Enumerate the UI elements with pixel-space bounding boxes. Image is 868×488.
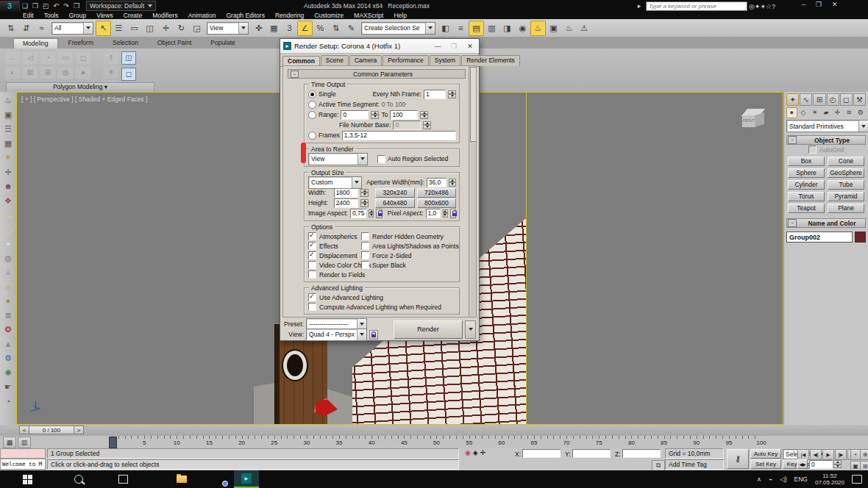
frames-field[interactable]: 1,3,5-12: [342, 131, 456, 140]
viewcube-side-face[interactable]: [755, 112, 764, 127]
object-color-swatch[interactable]: [855, 232, 866, 243]
tab-render-elements[interactable]: Render Elements: [461, 55, 520, 66]
set-keys-button[interactable]: ⚷: [727, 449, 749, 469]
button-box[interactable]: Box: [788, 157, 825, 166]
unlink-selection-icon[interactable]: ⇵: [18, 21, 34, 36]
time-tag-icon[interactable]: ⧉: [652, 460, 665, 471]
x-coordinate-field[interactable]: [522, 449, 561, 458]
zoom-icon[interactable]: +: [850, 449, 861, 460]
select-and-rotate-icon[interactable]: ↻: [174, 21, 189, 36]
helpers-icon[interactable]: ✛: [832, 107, 843, 118]
view-lock-icon[interactable]: [369, 330, 378, 340]
maxscript-mini-listener[interactable]: Welcome to M: [0, 459, 46, 470]
taskbar-clock[interactable]: 11:52 07.05.2020: [815, 473, 844, 486]
stairs-icon[interactable]: ≣: [1, 309, 15, 323]
pixel-aspect-lock-icon[interactable]: [450, 209, 456, 218]
maxscript-mini-listener-pink[interactable]: [0, 448, 46, 459]
button-teapot[interactable]: Teapot: [788, 204, 825, 213]
file-explorer-icon[interactable]: [171, 470, 193, 488]
object-name-field[interactable]: Group002: [786, 232, 853, 243]
every-nth-frame-field[interactable]: 1: [424, 90, 446, 99]
toggle-command-panel-icon[interactable]: ◫: [121, 51, 136, 65]
volume-icon[interactable]: ◁): [780, 476, 786, 483]
checkbox-video-color-check[interactable]: [308, 261, 316, 269]
project-toolbar-icon[interactable]: ❒: [71, 1, 82, 11]
checkbox-effects[interactable]: [308, 242, 316, 250]
tab-populate[interactable]: Populate: [202, 38, 244, 49]
tab-selection[interactable]: Selection: [104, 38, 147, 49]
button-720x486[interactable]: 720x486: [417, 188, 456, 198]
selection-lock-icon[interactable]: ◈: [473, 449, 478, 456]
view-dropdown[interactable]: Quad 4 - Perspx: [306, 329, 367, 341]
menu-modifiers[interactable]: Modifiers: [147, 12, 182, 19]
width-spinner[interactable]: [360, 189, 369, 197]
collapse-icon[interactable]: -: [788, 219, 797, 227]
menu-animation[interactable]: Animation: [183, 12, 221, 19]
height-spinner[interactable]: [360, 199, 369, 207]
menu-customize[interactable]: Customize: [309, 12, 349, 19]
render-setup-icon[interactable]: ♨: [530, 21, 546, 36]
mirror-icon[interactable]: ◧: [438, 21, 453, 36]
absolute-relative-transform-icon[interactable]: ✛: [480, 449, 486, 456]
menu-graph-editors[interactable]: Graph Editors: [221, 12, 269, 19]
sign-in-icon[interactable]: ✦: [755, 3, 761, 10]
current-frame-marker[interactable]: [109, 437, 117, 448]
tab-system[interactable]: System: [430, 55, 460, 66]
viewcube[interactable]: FRONT: [741, 109, 766, 132]
button-cylinder[interactable]: Cylinder: [788, 180, 825, 190]
lights-icon[interactable]: ☀: [809, 107, 820, 118]
lamp-icon[interactable]: ☀: [1, 151, 15, 165]
auto-key-button[interactable]: Auto Key: [750, 449, 781, 459]
button-800x600[interactable]: 800x600: [417, 198, 456, 208]
common-parameters-rollout[interactable]: - Common Parameters: [288, 69, 466, 79]
button-tube[interactable]: Tube: [828, 180, 864, 190]
viewport-label[interactable]: [ + ] [ Perspective ] [ Shaded + Edged F…: [21, 96, 148, 103]
window-minimize-icon[interactable]: –: [802, 1, 805, 8]
name-and-color-rollout[interactable]: - Name and Color: [786, 218, 866, 228]
language-indicator[interactable]: ENG: [794, 476, 808, 483]
radio-active-time-segment[interactable]: [308, 101, 316, 109]
toggle-scene-explorer-icon[interactable]: ◻: [121, 68, 136, 81]
material-editor-icon[interactable]: ◉: [515, 21, 530, 36]
file-number-base-field[interactable]: 0: [393, 121, 421, 130]
button-sphere[interactable]: Sphere: [788, 168, 825, 178]
action-center-icon[interactable]: [852, 475, 862, 484]
object-type-rollout[interactable]: - Object Type: [786, 135, 866, 145]
undo-icon[interactable]: ↶: [51, 1, 61, 11]
utilities-tab-icon[interactable]: ⚒: [853, 93, 866, 106]
pixel-aspect-spinner[interactable]: [443, 209, 448, 218]
reference-coordinate-dropdown[interactable]: View: [207, 22, 249, 35]
spinner-snap-toggle-icon[interactable]: ⇅: [328, 21, 344, 36]
task-view-icon[interactable]: [112, 470, 134, 488]
spindle-icon[interactable]: ◍: [1, 251, 15, 265]
area-to-render-dropdown[interactable]: View: [308, 153, 368, 165]
menu-rendering[interactable]: Rendering: [270, 12, 309, 19]
dialog-minimize-button[interactable]: —: [433, 43, 442, 50]
tab-object-paint[interactable]: Object Paint: [149, 38, 200, 49]
render-dropdown-arrow[interactable]: [465, 320, 476, 339]
previous-frame-icon[interactable]: ◀|: [810, 449, 822, 460]
save-file-icon[interactable]: ◰: [40, 1, 51, 11]
zoom-all-icon[interactable]: ⊕: [860, 449, 868, 460]
file-number-base-spinner[interactable]: [423, 121, 431, 129]
dialog-close-button[interactable]: ✕: [466, 43, 474, 50]
cameras-icon[interactable]: ▰: [821, 107, 832, 118]
auto-region-checkbox[interactable]: [377, 155, 385, 163]
time-slider[interactable]: < 0 / 100 >: [19, 426, 84, 434]
hierarchy-tab-icon[interactable]: ⊞: [813, 93, 825, 106]
sphere-olive-icon[interactable]: ●: [1, 294, 15, 308]
button-640x480[interactable]: 640x480: [375, 198, 414, 208]
select-object-icon[interactable]: ↖: [96, 21, 111, 36]
scene-explorer-icon[interactable]: ▥: [484, 21, 499, 36]
select-by-name-icon[interactable]: ☰: [111, 21, 127, 36]
atoms-icon[interactable]: ❂: [1, 323, 15, 337]
hidden-icons-chevron[interactable]: ∧: [757, 476, 761, 483]
dialog-scrollbar[interactable]: [469, 66, 476, 317]
menu-tools[interactable]: Tools: [39, 12, 64, 19]
list-view-icon[interactable]: ☰: [1, 122, 15, 136]
select-and-move-icon[interactable]: ✛: [158, 21, 174, 36]
checkbox-force-2-sided[interactable]: [361, 251, 369, 259]
radio-single[interactable]: [308, 90, 316, 98]
rectangular-selection-region-icon[interactable]: ▭: [127, 21, 142, 36]
motion-tab-icon[interactable]: ◴: [827, 93, 839, 106]
